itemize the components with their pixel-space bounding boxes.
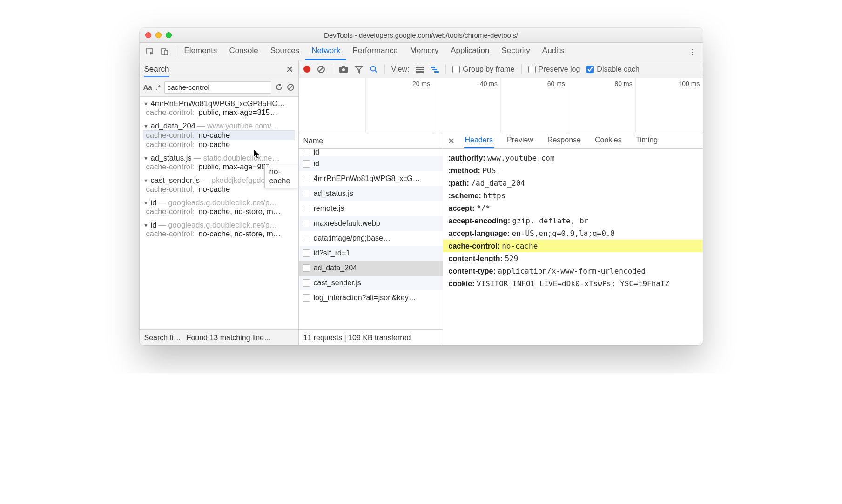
header-row[interactable]: content-length: 529 (443, 252, 703, 265)
network-mid-row: Name idid4mrRnEPnWo81qWPG8_xcG…ad_status… (299, 133, 703, 345)
tab-elements[interactable]: Elements (178, 43, 223, 60)
search-result-line[interactable]: cache-control: no-cache, no-store, m… (143, 229, 295, 238)
file-icon (303, 205, 310, 212)
request-row[interactable]: data:image/png;base… (299, 231, 443, 246)
view-label: View: (391, 65, 410, 74)
group-by-frame-checkbox[interactable]: Group by frame (452, 65, 514, 74)
svg-rect-10 (416, 67, 418, 68)
header-row[interactable]: :scheme: https (443, 189, 703, 202)
window-controls (140, 32, 172, 38)
request-row[interactable]: remote.js (299, 201, 443, 216)
refresh-icon[interactable] (275, 83, 283, 91)
request-row[interactable]: ad_status.js (299, 186, 443, 201)
waterfall-overview[interactable]: 20 ms40 ms60 ms80 ms100 ms (299, 78, 703, 133)
match-case-button[interactable]: Aa (143, 83, 152, 91)
request-row[interactable]: id (299, 156, 443, 171)
request-list-header[interactable]: Name (299, 133, 443, 149)
search-input[interactable] (164, 81, 271, 94)
header-row[interactable]: :path: /ad_data_204 (443, 177, 703, 189)
header-row[interactable]: :authority: www.youtube.com (443, 152, 703, 164)
preserve-log-checkbox[interactable]: Preserve log (528, 65, 580, 74)
header-row[interactable]: accept: */* (443, 202, 703, 215)
request-row[interactable]: cast_sender.js (299, 276, 443, 290)
view-large-icon[interactable] (416, 66, 424, 73)
search-footer: Search fi… Found 13 matching line… (140, 329, 298, 345)
svg-rect-14 (416, 71, 418, 73)
disclosure-triangle-icon[interactable]: ▼ (143, 123, 149, 129)
close-icon[interactable]: ✕ (286, 64, 294, 75)
tab-audits[interactable]: Audits (536, 43, 570, 60)
panel-body: Aa .* ▼4mrRnEPnWo81qWPG8_xcGP85HC… cache… (140, 78, 703, 345)
header-row[interactable]: cookie: VISITOR_INFO1_LIVE=dDk0-xTswPs; … (443, 277, 703, 290)
device-toolbar-icon[interactable] (157, 43, 172, 60)
header-row[interactable]: content-type: application/x-www-form-url… (443, 265, 703, 277)
clear-search-icon[interactable] (287, 83, 295, 91)
search-result-line[interactable]: cache-control: no-cache (143, 140, 295, 149)
request-list: Name idid4mrRnEPnWo81qWPG8_xcG…ad_status… (299, 133, 443, 345)
header-row[interactable]: accept-language: en-US,en;q=0.9,la;q=0.8 (443, 227, 703, 240)
more-options-icon[interactable]: ⋮ (685, 43, 700, 60)
zoom-window-button[interactable] (166, 32, 172, 38)
detail-tab-preview[interactable]: Preview (506, 133, 534, 148)
detail-tab-cookies[interactable]: Cookies (594, 133, 623, 148)
search-result-line[interactable]: cache-control: public, max-age=315… (143, 108, 295, 117)
network-toolbar: View: Group by frame Preserve log Disabl… (299, 60, 703, 78)
file-icon (303, 294, 310, 302)
svg-point-8 (370, 66, 375, 71)
disclosure-triangle-icon[interactable]: ▼ (143, 200, 149, 206)
request-row[interactable]: id (299, 149, 443, 156)
timeline-tick (299, 78, 366, 133)
request-row[interactable]: 4mrRnEPnWo81qWPG8_xcG… (299, 171, 443, 186)
disable-cache-checkbox[interactable]: Disable cach (586, 65, 640, 74)
svg-rect-6 (342, 66, 345, 67)
request-row[interactable]: log_interaction?alt=json&key… (299, 290, 443, 305)
titlebar: DevTools - developers.google.com/web/too… (140, 28, 703, 43)
disclosure-triangle-icon[interactable]: ▼ (143, 178, 149, 183)
tab-console[interactable]: Console (223, 43, 264, 60)
header-row[interactable]: :method: POST (443, 164, 703, 177)
request-row[interactable]: maxresdefault.webp (299, 216, 443, 231)
tab-security[interactable]: Security (495, 43, 536, 60)
inspect-element-icon[interactable] (142, 43, 157, 60)
tab-memory[interactable]: Memory (404, 43, 445, 60)
search-result-group[interactable]: ▼4mrRnEPnWo81qWPG8_xcGP85HC… cache-contr… (140, 97, 298, 119)
search-result-line[interactable]: cache-control: no-cache (143, 130, 295, 140)
detail-tab-headers[interactable]: Headers (464, 133, 494, 148)
request-row[interactable]: id?slf_rd=1 (299, 246, 443, 261)
search-panel-label: Search (144, 65, 169, 77)
preserve-log-label: Preserve log (539, 65, 580, 74)
tab-sources[interactable]: Sources (264, 43, 305, 60)
record-button[interactable] (303, 66, 310, 73)
capture-screenshot-icon[interactable] (339, 66, 348, 73)
svg-rect-15 (418, 71, 424, 73)
file-icon (303, 175, 310, 182)
regex-button[interactable]: .* (156, 83, 161, 91)
search-result-group[interactable]: ▼id — googleads.g.doubleclick.net/p…cach… (140, 218, 298, 241)
request-row[interactable]: ad_data_204 (299, 261, 443, 276)
search-result-line[interactable]: cache-control: no-cache, no-store, m… (143, 207, 295, 216)
search-result-group[interactable]: ▼id — googleads.g.doubleclick.net/p…cach… (140, 196, 298, 218)
detail-tab-timing[interactable]: Timing (635, 133, 659, 148)
file-icon (303, 264, 310, 272)
minimize-window-button[interactable] (155, 32, 162, 38)
disclosure-triangle-icon[interactable]: ▼ (143, 222, 149, 228)
disable-cache-label: Disable cach (597, 65, 640, 74)
view-waterfall-icon[interactable] (431, 66, 439, 73)
network-panel: 20 ms40 ms60 ms80 ms100 ms Name idid4mrR… (299, 78, 703, 345)
tab-network[interactable]: Network (305, 43, 346, 60)
header-row[interactable]: accept-encoding: gzip, deflate, br (443, 215, 703, 227)
detail-tab-response[interactable]: Response (546, 133, 582, 148)
disclosure-triangle-icon[interactable]: ▼ (143, 101, 149, 107)
search-icon[interactable] (370, 65, 378, 74)
close-detail-icon[interactable]: ✕ (448, 136, 455, 146)
group-by-frame-label: Group by frame (463, 65, 514, 74)
close-window-button[interactable] (145, 32, 151, 38)
clear-icon[interactable] (317, 65, 325, 74)
disclosure-triangle-icon[interactable]: ▼ (143, 155, 149, 161)
tab-application[interactable]: Application (445, 43, 495, 60)
header-row[interactable]: cache-control: no-cache (443, 240, 703, 252)
filter-icon[interactable] (355, 65, 363, 74)
file-icon (303, 160, 310, 168)
search-result-group[interactable]: ▼ad_data_204 — www.youtube.com/…cache-co… (140, 119, 298, 151)
tab-performance[interactable]: Performance (346, 43, 404, 60)
